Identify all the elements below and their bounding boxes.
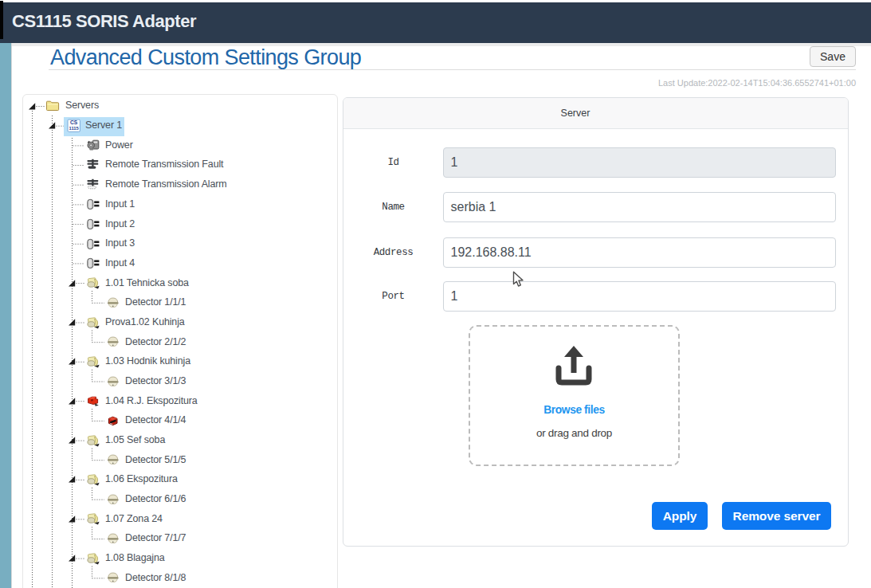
svg-text:CS: CS <box>70 120 78 125</box>
svg-text:1115: 1115 <box>69 126 80 131</box>
